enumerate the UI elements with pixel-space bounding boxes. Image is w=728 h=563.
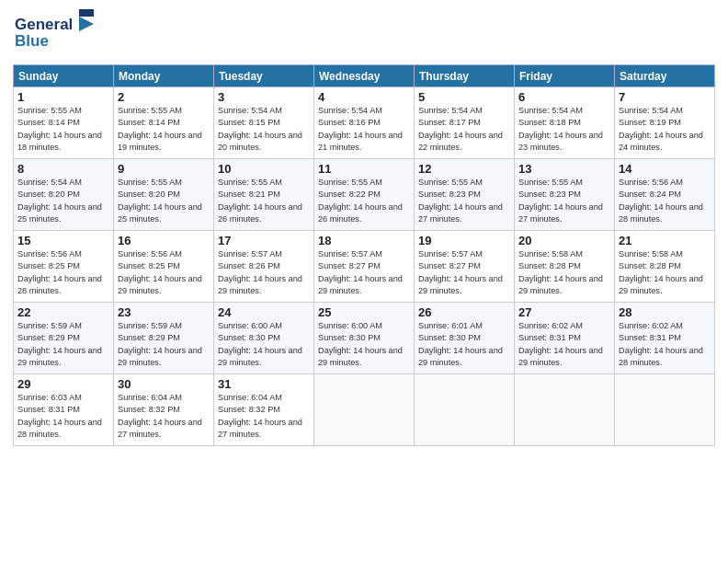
cell-info: Sunrise: 5:57 AMSunset: 8:27 PMDaylight:… xyxy=(418,248,510,297)
cell-info: Sunrise: 6:01 AMSunset: 8:30 PMDaylight:… xyxy=(418,320,510,369)
calendar-cell: 16Sunrise: 5:56 AMSunset: 8:25 PMDayligh… xyxy=(114,231,214,303)
svg-marker-3 xyxy=(79,9,94,17)
calendar-table: SundayMondayTuesdayWednesdayThursdayFrid… xyxy=(13,64,715,446)
weekday-header-saturday: Saturday xyxy=(615,65,715,87)
logo-text: General Blue xyxy=(13,9,96,59)
calendar-cell: 25Sunrise: 6:00 AMSunset: 8:30 PMDayligh… xyxy=(314,303,415,374)
cell-info: Sunrise: 5:55 AMSunset: 8:23 PMDaylight:… xyxy=(418,177,510,225)
day-number: 9 xyxy=(118,162,210,176)
weekday-header-friday: Friday xyxy=(515,65,615,87)
cell-info: Sunrise: 5:59 AMSunset: 8:29 PMDaylight:… xyxy=(17,320,109,369)
day-number: 8 xyxy=(17,162,109,176)
svg-text:Blue: Blue xyxy=(15,32,49,50)
day-number: 30 xyxy=(118,377,210,391)
cell-info: Sunrise: 5:55 AMSunset: 8:14 PMDaylight:… xyxy=(17,105,109,154)
calendar-cell: 18Sunrise: 5:57 AMSunset: 8:27 PMDayligh… xyxy=(314,231,415,303)
weekday-header-wednesday: Wednesday xyxy=(314,65,415,87)
calendar-cell xyxy=(314,374,415,446)
calendar-cell: 29Sunrise: 6:03 AMSunset: 8:31 PMDayligh… xyxy=(14,374,114,446)
svg-text:General: General xyxy=(15,16,73,33)
day-number: 27 xyxy=(518,305,610,319)
weekday-header-row: SundayMondayTuesdayWednesdayThursdayFrid… xyxy=(14,65,715,87)
day-number: 2 xyxy=(118,90,210,104)
day-number: 4 xyxy=(318,90,410,104)
cell-info: Sunrise: 6:02 AMSunset: 8:31 PMDaylight:… xyxy=(518,320,610,369)
calendar-cell: 15Sunrise: 5:56 AMSunset: 8:25 PMDayligh… xyxy=(14,231,114,303)
day-number: 18 xyxy=(318,234,410,247)
weekday-header-monday: Monday xyxy=(114,65,214,87)
cell-info: Sunrise: 5:54 AMSunset: 8:15 PMDaylight:… xyxy=(218,105,310,154)
calendar-cell: 13Sunrise: 5:55 AMSunset: 8:23 PMDayligh… xyxy=(515,159,615,231)
day-number: 1 xyxy=(17,90,109,104)
calendar-cell: 14Sunrise: 5:56 AMSunset: 8:24 PMDayligh… xyxy=(615,159,715,231)
cell-info: Sunrise: 6:00 AMSunset: 8:30 PMDaylight:… xyxy=(318,320,410,369)
calendar-cell: 19Sunrise: 5:57 AMSunset: 8:27 PMDayligh… xyxy=(415,231,515,303)
cell-info: Sunrise: 5:54 AMSunset: 8:17 PMDaylight:… xyxy=(418,105,510,154)
day-number: 24 xyxy=(218,305,310,319)
cell-info: Sunrise: 5:54 AMSunset: 8:16 PMDaylight:… xyxy=(318,105,410,154)
cell-info: Sunrise: 5:59 AMSunset: 8:29 PMDaylight:… xyxy=(118,320,210,369)
day-number: 29 xyxy=(17,377,109,391)
calendar-cell: 3Sunrise: 5:54 AMSunset: 8:15 PMDaylight… xyxy=(214,87,314,159)
calendar-cell: 5Sunrise: 5:54 AMSunset: 8:17 PMDaylight… xyxy=(415,87,515,159)
day-number: 11 xyxy=(318,162,410,176)
day-number: 6 xyxy=(518,90,610,104)
svg-marker-2 xyxy=(79,17,94,31)
calendar-cell: 30Sunrise: 6:04 AMSunset: 8:32 PMDayligh… xyxy=(114,374,214,446)
cell-info: Sunrise: 5:54 AMSunset: 8:20 PMDaylight:… xyxy=(17,177,109,225)
cell-info: Sunrise: 5:56 AMSunset: 8:25 PMDaylight:… xyxy=(17,248,109,297)
day-number: 25 xyxy=(318,305,410,319)
calendar-cell: 31Sunrise: 6:04 AMSunset: 8:32 PMDayligh… xyxy=(214,374,314,446)
cell-info: Sunrise: 6:00 AMSunset: 8:30 PMDaylight:… xyxy=(218,320,310,369)
logo-icon: General Blue xyxy=(13,9,96,55)
calendar-cell xyxy=(515,374,615,446)
calendar-cell xyxy=(615,374,715,446)
calendar-cell: 10Sunrise: 5:55 AMSunset: 8:21 PMDayligh… xyxy=(214,159,314,231)
weekday-header-thursday: Thursday xyxy=(415,65,515,87)
day-number: 12 xyxy=(418,162,510,176)
cell-info: Sunrise: 5:56 AMSunset: 8:24 PMDaylight:… xyxy=(619,177,711,225)
calendar-cell: 17Sunrise: 5:57 AMSunset: 8:26 PMDayligh… xyxy=(214,231,314,303)
logo: General Blue xyxy=(13,9,96,59)
day-number: 16 xyxy=(118,234,210,247)
calendar-cell: 20Sunrise: 5:58 AMSunset: 8:28 PMDayligh… xyxy=(515,231,615,303)
calendar-cell: 26Sunrise: 6:01 AMSunset: 8:30 PMDayligh… xyxy=(415,303,515,374)
day-number: 7 xyxy=(619,90,711,104)
day-number: 28 xyxy=(619,305,711,319)
calendar-cell: 4Sunrise: 5:54 AMSunset: 8:16 PMDaylight… xyxy=(314,87,415,159)
calendar-cell: 12Sunrise: 5:55 AMSunset: 8:23 PMDayligh… xyxy=(415,159,515,231)
cell-info: Sunrise: 5:54 AMSunset: 8:19 PMDaylight:… xyxy=(619,105,711,154)
cell-info: Sunrise: 5:57 AMSunset: 8:27 PMDaylight:… xyxy=(318,248,410,297)
day-number: 31 xyxy=(218,377,310,391)
day-number: 3 xyxy=(218,90,310,104)
calendar-week-4: 22Sunrise: 5:59 AMSunset: 8:29 PMDayligh… xyxy=(14,303,715,374)
calendar-cell: 7Sunrise: 5:54 AMSunset: 8:19 PMDaylight… xyxy=(615,87,715,159)
calendar-cell: 8Sunrise: 5:54 AMSunset: 8:20 PMDaylight… xyxy=(14,159,114,231)
day-number: 20 xyxy=(518,234,610,247)
header: General Blue xyxy=(13,9,715,59)
calendar-week-1: 1Sunrise: 5:55 AMSunset: 8:14 PMDaylight… xyxy=(14,87,715,159)
weekday-header-sunday: Sunday xyxy=(14,65,114,87)
calendar-cell: 22Sunrise: 5:59 AMSunset: 8:29 PMDayligh… xyxy=(14,303,114,374)
day-number: 17 xyxy=(218,234,310,247)
day-number: 23 xyxy=(118,305,210,319)
cell-info: Sunrise: 5:55 AMSunset: 8:14 PMDaylight:… xyxy=(118,105,210,154)
calendar-cell: 27Sunrise: 6:02 AMSunset: 8:31 PMDayligh… xyxy=(515,303,615,374)
day-number: 22 xyxy=(17,305,109,319)
day-number: 13 xyxy=(518,162,610,176)
cell-info: Sunrise: 5:54 AMSunset: 8:18 PMDaylight:… xyxy=(518,105,610,154)
calendar-cell: 9Sunrise: 5:55 AMSunset: 8:20 PMDaylight… xyxy=(114,159,214,231)
cell-info: Sunrise: 5:56 AMSunset: 8:25 PMDaylight:… xyxy=(118,248,210,297)
weekday-header-tuesday: Tuesday xyxy=(214,65,314,87)
cell-info: Sunrise: 5:55 AMSunset: 8:23 PMDaylight:… xyxy=(518,177,610,225)
cell-info: Sunrise: 5:57 AMSunset: 8:26 PMDaylight:… xyxy=(218,248,310,297)
cell-info: Sunrise: 6:04 AMSunset: 8:32 PMDaylight:… xyxy=(118,392,210,441)
calendar-week-2: 8Sunrise: 5:54 AMSunset: 8:20 PMDaylight… xyxy=(14,159,715,231)
day-number: 10 xyxy=(218,162,310,176)
day-number: 5 xyxy=(418,90,510,104)
page-container: General Blue SundayMondayTuesdayWednesda… xyxy=(0,0,728,454)
cell-info: Sunrise: 5:55 AMSunset: 8:22 PMDaylight:… xyxy=(318,177,410,225)
calendar-cell: 21Sunrise: 5:58 AMSunset: 8:28 PMDayligh… xyxy=(615,231,715,303)
cell-info: Sunrise: 6:02 AMSunset: 8:31 PMDaylight:… xyxy=(619,320,711,369)
cell-info: Sunrise: 6:04 AMSunset: 8:32 PMDaylight:… xyxy=(218,392,310,441)
